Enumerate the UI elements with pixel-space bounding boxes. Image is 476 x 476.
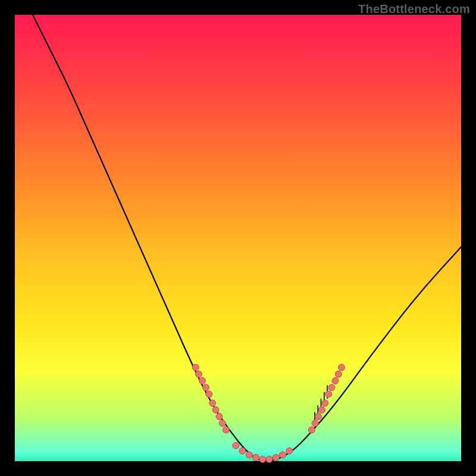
highlighted-data-points — [192, 364, 345, 463]
data-point-dot — [325, 391, 332, 397]
data-point-dot — [196, 371, 202, 377]
data-point-dot — [223, 427, 229, 433]
data-point-dot — [199, 378, 206, 384]
data-point-dot — [339, 364, 345, 371]
data-point-dot — [209, 400, 216, 406]
data-point-dot — [280, 452, 286, 458]
data-point-dot — [203, 384, 209, 391]
data-point-dot — [335, 371, 342, 377]
data-point-dot — [192, 364, 199, 371]
data-point-dot — [239, 447, 246, 454]
bottleneck-curve — [33, 15, 461, 461]
data-point-dot — [253, 455, 259, 461]
data-point-dot — [328, 384, 335, 391]
chart-svg-layer — [15, 15, 461, 461]
data-point-dot — [233, 442, 239, 449]
watermark-text: TheBottleneck.com — [358, 2, 470, 16]
data-point-dot — [308, 427, 315, 433]
data-point-dot — [322, 400, 328, 406]
data-point-dot — [246, 452, 252, 458]
data-point-dot — [273, 455, 279, 461]
data-point-dot — [219, 420, 226, 427]
chart-plot-area — [15, 15, 461, 461]
data-point-dot — [259, 456, 266, 463]
data-point-dot — [286, 447, 293, 454]
data-point-dot — [266, 456, 273, 463]
data-point-dot — [319, 406, 325, 413]
data-point-dot — [332, 378, 339, 384]
data-point-dot — [212, 406, 219, 413]
data-point-dot — [315, 414, 322, 420]
data-point-dot — [312, 420, 318, 427]
data-point-dot — [216, 414, 223, 420]
data-point-dot — [206, 391, 212, 397]
